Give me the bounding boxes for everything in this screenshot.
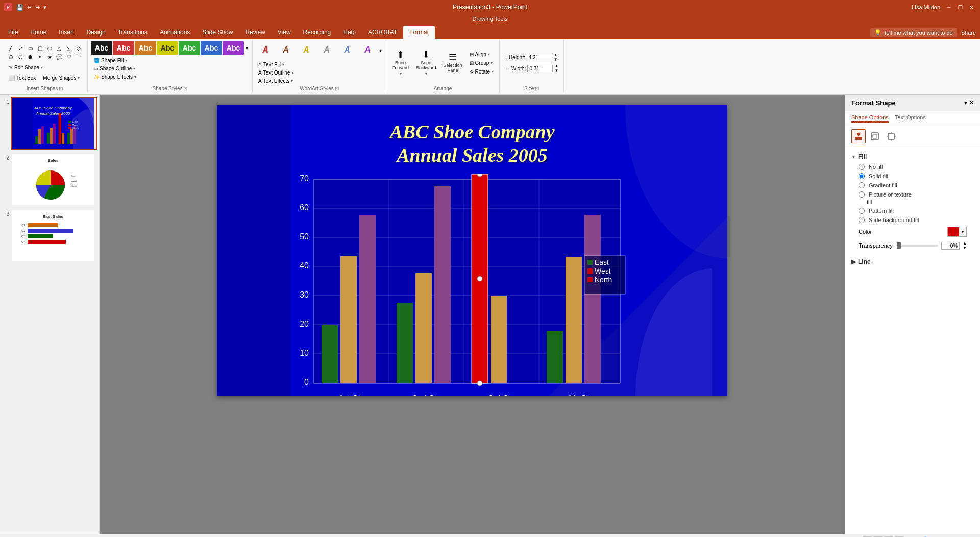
width-input[interactable] xyxy=(527,65,553,72)
tab-recording[interactable]: Recording xyxy=(297,26,337,39)
shape-effects-btn[interactable]: ✨ Shape Effects ▾ xyxy=(91,73,139,81)
wordart-styles-more[interactable]: ▾ xyxy=(378,46,383,54)
slide-thumbnail-2[interactable]: 2 Sales East West North xyxy=(2,153,97,206)
rt-triangle-shape[interactable]: ◺ xyxy=(64,44,74,53)
gradient-fill-radio[interactable] xyxy=(859,182,865,188)
shape-outline-btn[interactable]: ▭ Shape Outline ▾ xyxy=(91,65,139,72)
restore-button[interactable]: ❐ xyxy=(955,3,965,12)
rounded-rect-shape[interactable]: ▢ xyxy=(35,44,44,53)
rect-shape[interactable]: ▭ xyxy=(26,44,35,53)
selection-pane-btn[interactable]: ☰ SelectionPane xyxy=(441,51,465,75)
bring-forward-btn[interactable]: ⬆ BringForward ▾ xyxy=(389,48,411,78)
slide-thumbnail-3[interactable]: 3 East Sales Q1 Q2 Q3 Q4 xyxy=(2,209,97,262)
height-input[interactable] xyxy=(527,54,552,61)
shape-style-3[interactable]: Abc xyxy=(135,41,156,55)
pentagon-shape[interactable]: ⬠ xyxy=(6,53,15,61)
rotate-btn[interactable]: ↻ Rotate ▾ xyxy=(467,68,496,76)
height-up-btn[interactable]: ▲ xyxy=(554,53,558,57)
send-backward-btn[interactable]: ⬇ SendBackward ▾ xyxy=(413,48,439,78)
more-shape[interactable]: ⋯ xyxy=(74,53,83,61)
star5-shape[interactable]: ★ xyxy=(45,53,54,61)
tab-design[interactable]: Design xyxy=(80,26,111,39)
fill-section-header[interactable]: ▼ Fill xyxy=(851,151,974,162)
color-picker-btn[interactable]: ▾ xyxy=(947,227,967,237)
color-dropdown-arrow[interactable]: ▾ xyxy=(959,227,966,236)
format-size-icon-btn[interactable] xyxy=(884,129,898,143)
star4-shape[interactable]: ✦ xyxy=(35,53,44,61)
wordart-style-3[interactable]: A xyxy=(297,41,316,59)
tab-home[interactable]: Home xyxy=(24,26,53,39)
shape-fill-btn[interactable]: 🪣 Shape Fill ▾ xyxy=(91,57,139,64)
shape-style-4[interactable]: Abc xyxy=(157,41,178,55)
tell-me-input[interactable]: 💡 Tell me what you want to do xyxy=(870,28,957,37)
triangle-shape[interactable]: △ xyxy=(55,44,64,53)
hexagon-shape[interactable]: ⬡ xyxy=(16,53,25,61)
close-button[interactable]: ✕ xyxy=(967,3,976,12)
share-button[interactable]: Share xyxy=(961,30,976,36)
tab-file[interactable]: File xyxy=(2,26,24,39)
align-btn[interactable]: ⊟ Align ▾ xyxy=(467,51,496,58)
format-panel-close-btn[interactable]: ✕ xyxy=(969,100,974,106)
format-tab-text-options[interactable]: Text Options xyxy=(895,114,926,123)
tab-insert[interactable]: Insert xyxy=(53,26,80,39)
format-effects-icon-btn[interactable] xyxy=(868,129,882,143)
wordart-style-2[interactable]: A xyxy=(276,41,296,59)
slide-preview-3[interactable]: East Sales Q1 Q2 Q3 Q4 xyxy=(11,209,97,262)
tab-review[interactable]: Review xyxy=(239,26,271,39)
text-fill-btn[interactable]: A̲ Text Fill ▾ xyxy=(256,61,296,68)
slide-thumbnail-1[interactable]: 1 ABC Shoe Company Annual Sales 2005 xyxy=(2,97,97,150)
shape-styles-expand[interactable]: ⊡ xyxy=(183,86,187,91)
undo-qat-btn[interactable]: ↩ xyxy=(26,3,33,12)
shape-style-1[interactable]: Abc xyxy=(91,41,112,55)
text-box-btn[interactable]: ⬜ Text Box xyxy=(6,74,38,82)
heart-shape[interactable]: ♡ xyxy=(64,53,74,61)
text-effects-btn[interactable]: A Text Effects ▾ xyxy=(256,77,296,85)
transparency-up[interactable]: ▲ xyxy=(963,241,967,246)
transparency-slider[interactable] xyxy=(896,245,938,247)
slide-preview-1[interactable]: ABC Shoe Company Annual Sales 2005 xyxy=(11,97,97,150)
tab-view[interactable]: View xyxy=(272,26,297,39)
redo-qat-btn[interactable]: ↪ xyxy=(34,3,41,12)
pattern-fill-radio[interactable] xyxy=(859,208,865,214)
diamond-shape[interactable]: ◇ xyxy=(74,44,83,53)
minimize-button[interactable]: ─ xyxy=(944,3,953,12)
format-panel-expand-btn[interactable]: ▾ xyxy=(964,100,967,106)
shape-styles-more[interactable]: ▾ xyxy=(244,44,249,52)
insert-shapes-expand[interactable]: ⊡ xyxy=(59,86,63,91)
format-tab-shape-options[interactable]: Shape Options xyxy=(851,114,889,123)
save-qat-btn[interactable]: 💾 xyxy=(15,3,24,12)
tab-animations[interactable]: Animations xyxy=(154,26,196,39)
shape-style-2[interactable]: Abc xyxy=(113,41,134,55)
arrow-shape[interactable]: ↗ xyxy=(16,44,25,53)
width-down-btn[interactable]: ▼ xyxy=(554,68,558,73)
tab-help[interactable]: Help xyxy=(337,26,362,39)
format-fill-icon-btn[interactable] xyxy=(851,129,866,143)
customize-qat-btn[interactable]: ▾ xyxy=(42,3,47,12)
wordart-styles-expand[interactable]: ⊡ xyxy=(335,86,339,91)
wordart-style-1[interactable]: A xyxy=(256,41,275,59)
wordart-style-6[interactable]: A xyxy=(358,41,377,59)
shape-style-7[interactable]: Abc xyxy=(223,41,244,55)
transparency-down[interactable]: ▼ xyxy=(963,246,967,250)
line-section-header[interactable]: ▶ Line xyxy=(851,256,974,267)
height-down-btn[interactable]: ▼ xyxy=(554,57,558,62)
text-outline-btn[interactable]: A Text Outline ▾ xyxy=(256,69,296,77)
picture-texture-radio[interactable] xyxy=(859,191,865,198)
solid-fill-radio[interactable] xyxy=(859,173,865,179)
slide-preview-2[interactable]: Sales East West North xyxy=(11,153,97,206)
wordart-style-4[interactable]: A xyxy=(317,41,336,59)
group-btn[interactable]: ⊞ Group ▾ xyxy=(467,59,496,67)
oval-shape[interactable]: ⬭ xyxy=(45,44,54,53)
no-fill-radio[interactable] xyxy=(859,164,865,170)
shape-style-6[interactable]: Abc xyxy=(201,41,222,55)
merge-shapes-btn[interactable]: Merge Shapes ▾ xyxy=(40,74,82,82)
edit-shape-btn[interactable]: ✎ Edit Shape ▾ xyxy=(6,64,45,71)
size-expand[interactable]: ⊡ xyxy=(535,86,539,91)
tab-slideshow[interactable]: Slide Show xyxy=(196,26,239,39)
slide-bg-radio[interactable] xyxy=(859,217,865,223)
transparency-input[interactable] xyxy=(941,242,960,250)
shape-style-5[interactable]: Abc xyxy=(179,41,200,55)
tab-transitions[interactable]: Transitions xyxy=(112,26,154,39)
width-up-btn[interactable]: ▲ xyxy=(554,64,558,68)
wordart-style-5[interactable]: A xyxy=(337,41,357,59)
